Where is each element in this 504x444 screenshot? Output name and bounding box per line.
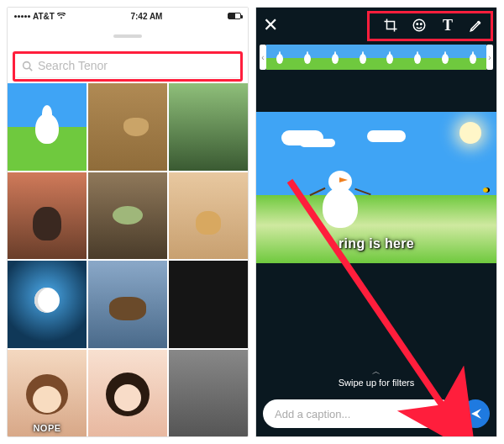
filmstrip-frame xyxy=(322,45,349,70)
cloud-graphic xyxy=(281,130,323,145)
wifi-icon xyxy=(57,13,66,19)
crop-icon[interactable] xyxy=(382,17,399,34)
svg-point-0 xyxy=(24,61,30,68)
clock-label: 7:42 AM xyxy=(66,12,228,21)
gif-cell[interactable] xyxy=(88,172,167,260)
sun-graphic xyxy=(459,122,481,144)
svg-point-4 xyxy=(421,24,423,25)
search-placeholder: Search Tenor xyxy=(38,59,108,72)
filmstrip-frame xyxy=(376,45,404,70)
gif-picker-screen: AT&T 7:42 AM Search Tenor xyxy=(7,7,249,437)
gif-cell[interactable] xyxy=(8,261,87,348)
svg-line-1 xyxy=(29,67,32,70)
trim-filmstrip[interactable]: ‹ › xyxy=(256,43,496,71)
carrier-label: AT&T xyxy=(33,12,55,21)
search-icon xyxy=(22,61,33,71)
pencil-icon[interactable] xyxy=(468,17,485,34)
battery-icon xyxy=(228,13,241,19)
status-bar: AT&T 7:42 AM xyxy=(8,8,248,24)
caption-input[interactable]: Add a caption... xyxy=(263,399,454,428)
gif-cell[interactable] xyxy=(169,261,248,348)
gif-cell[interactable] xyxy=(88,83,167,171)
sheet-grabber[interactable] xyxy=(113,34,142,38)
text-icon[interactable]: T xyxy=(439,17,456,34)
search-input[interactable]: Search Tenor xyxy=(14,53,241,78)
trim-handle-left[interactable]: ‹ xyxy=(260,45,266,70)
editor-tool-group: T xyxy=(377,17,490,34)
filmstrip-frame xyxy=(404,45,432,70)
filmstrip-frame xyxy=(349,45,376,70)
gif-cell[interactable] xyxy=(169,172,248,260)
gif-cell[interactable] xyxy=(88,261,167,348)
gif-cell[interactable] xyxy=(8,83,87,171)
preview-image[interactable]: ring is here xyxy=(256,112,496,263)
close-button[interactable]: ✕ xyxy=(263,16,278,34)
caption-bar: Add a caption... xyxy=(263,399,490,428)
media-preview: ring is here ︿ Swipe up for filters Add … xyxy=(256,71,496,436)
sheet-nav-bar xyxy=(8,24,248,48)
emoji-icon[interactable] xyxy=(411,17,428,34)
gif-cell[interactable] xyxy=(8,172,87,260)
bee-graphic xyxy=(483,188,490,193)
snowman-graphic xyxy=(323,188,358,228)
filmstrip-frame xyxy=(432,45,459,70)
chevron-up-icon: ︿ xyxy=(256,367,496,376)
filmstrip-frame xyxy=(459,45,486,70)
media-editor-screen: ✕ T ‹ › xyxy=(255,7,497,437)
signal-icon xyxy=(14,15,30,18)
gif-cell[interactable] xyxy=(169,350,248,437)
trim-handle-right[interactable]: › xyxy=(486,45,493,70)
gif-cell[interactable]: NOPE xyxy=(8,350,87,437)
filmstrip-frame xyxy=(266,45,294,70)
gif-cell[interactable] xyxy=(88,350,167,437)
svg-point-3 xyxy=(417,24,418,25)
editor-top-bar: ✕ T xyxy=(256,8,496,43)
send-icon xyxy=(470,407,483,420)
filmstrip-frame xyxy=(294,45,322,70)
swipe-up-hint[interactable]: ︿ Swipe up for filters xyxy=(256,367,496,388)
gif-overlay-text: ring is here xyxy=(256,236,496,251)
gif-grid: NOPE xyxy=(8,83,248,436)
send-button[interactable] xyxy=(461,399,490,428)
gif-cell[interactable] xyxy=(169,83,248,171)
svg-point-2 xyxy=(413,19,425,31)
